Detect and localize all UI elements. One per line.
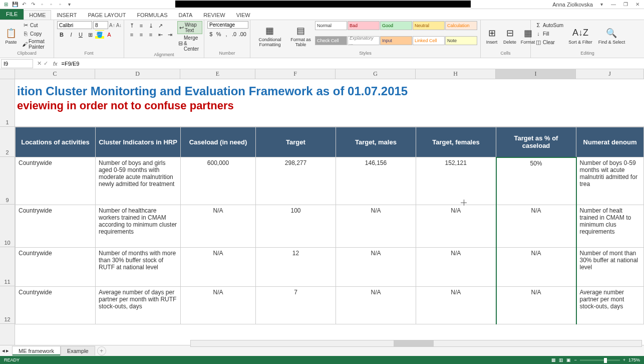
align-bottom-icon[interactable]: ⤓ (146, 21, 155, 30)
qat-icon-1[interactable]: ▫ (38, 1, 46, 9)
style-explanatory[interactable]: Explanatory ... (348, 36, 380, 45)
italic-button[interactable]: I (67, 30, 76, 39)
align-mid-icon[interactable]: ≡ (137, 21, 146, 30)
th-numerator[interactable]: Numerat denoum (576, 127, 644, 157)
cell-pct[interactable]: N/A (496, 205, 576, 248)
zoom-slider[interactable] (580, 359, 620, 361)
cell-females[interactable]: N/A (416, 205, 496, 248)
sort-filter-button[interactable]: A↓ZSort & Filter (566, 21, 594, 51)
rowhead-1[interactable]: 1 (0, 79, 15, 127)
th-target[interactable]: Target (256, 127, 336, 157)
th-locations[interactable]: Locations of activities (16, 127, 96, 157)
cell-females[interactable]: 152,121 (416, 157, 496, 205)
select-all-corner[interactable] (0, 69, 15, 79)
cell-target[interactable]: 12 (256, 248, 336, 287)
colhead-f[interactable]: F (255, 69, 336, 79)
undo-icon[interactable]: ↶ (20, 1, 28, 9)
fill-color-button[interactable]: 🪣 (95, 30, 104, 39)
align-top-icon[interactable]: ⤒ (127, 21, 136, 30)
cell-numerator[interactable]: Average number partner per mont stock-ou… (576, 287, 644, 324)
th-females[interactable]: Target, females (416, 127, 496, 157)
tab-view[interactable]: VIEW (231, 10, 256, 20)
increase-font-icon[interactable]: A↑ (109, 21, 115, 29)
sheet-nav[interactable]: ◂▸ (2, 347, 9, 354)
copy-button[interactable]: ⎘Copy (21, 30, 51, 38)
colhead-j[interactable]: J (576, 69, 644, 79)
bold-button[interactable]: B (57, 30, 66, 39)
cell-females[interactable]: N/A (416, 248, 496, 287)
zoom-thumb[interactable] (604, 358, 607, 363)
percent-icon[interactable]: % (215, 30, 222, 39)
cell-numerator[interactable]: Number of healt trained in CMAM to minim… (576, 205, 644, 248)
zoom-level[interactable]: 175% (628, 357, 640, 362)
redo-icon[interactable]: ↷ (29, 1, 37, 9)
autosum-button[interactable]: ΣAutoSum (534, 21, 564, 29)
comma-icon[interactable]: , (223, 30, 230, 39)
orientation-icon[interactable]: ↗ (156, 21, 165, 30)
file-tab[interactable]: FILE (0, 9, 24, 20)
colhead-c[interactable]: C (15, 69, 95, 79)
colhead-e[interactable]: E (180, 69, 255, 79)
qat-icon-2[interactable]: ▫ (47, 1, 55, 9)
find-select-button[interactable]: 🔍Find & Select (596, 21, 627, 51)
format-painter-button[interactable]: 🖌Format Painter (21, 38, 51, 50)
tab-insert[interactable]: INSERT (51, 10, 82, 20)
name-box[interactable] (1, 59, 33, 68)
conditional-formatting-button[interactable]: ▦Conditional Formatting (253, 21, 286, 51)
style-good[interactable]: Good (380, 21, 412, 30)
cell-indicator[interactable]: Number of months with more than 30% buff… (96, 248, 181, 287)
style-calculation[interactable]: Calculation (445, 21, 477, 30)
rowhead-11[interactable]: 11 (0, 247, 15, 286)
tab-page-layout[interactable]: PAGE LAYOUT (82, 10, 131, 20)
accept-formula-icon[interactable]: ✓ (44, 60, 48, 67)
qat-icon-4[interactable]: ▾ (65, 1, 73, 9)
cell-caseload[interactable]: N/A (181, 287, 256, 324)
colhead-i[interactable]: I (496, 69, 576, 79)
align-center-icon[interactable]: ≡ (137, 30, 146, 39)
cell-location[interactable]: Countrywide (16, 157, 96, 205)
cell-indicator[interactable]: Number of healthcare workers trained in … (96, 205, 181, 248)
currency-icon[interactable]: $ (207, 30, 214, 39)
decrease-font-icon[interactable]: A↓ (116, 21, 122, 29)
cell-numerator[interactable]: Number of mont than 30% buffer at nation… (576, 248, 644, 287)
rowhead-2[interactable]: 2 (0, 127, 15, 157)
font-color-button[interactable]: A (105, 30, 114, 39)
cell-indicator[interactable]: Number of boys and girls aged 0-59 month… (96, 157, 181, 205)
colhead-g[interactable]: G (336, 69, 416, 79)
wrap-text-button[interactable]: ↩Wrap Text (177, 21, 202, 34)
view-layout-icon[interactable]: ▥ (559, 357, 563, 362)
style-neutral[interactable]: Neutral (413, 21, 445, 30)
th-pct[interactable]: Target as % of caseload (496, 127, 576, 157)
style-input[interactable]: Input (380, 36, 412, 45)
clear-button[interactable]: ◫Clear (534, 38, 564, 46)
cell-pct[interactable]: 50% (496, 157, 576, 205)
tab-formulas[interactable]: FORMULAS (131, 10, 173, 20)
colhead-h[interactable]: H (416, 69, 496, 79)
rowhead-10[interactable]: 10 (0, 205, 15, 247)
tab-home[interactable]: HOME (24, 10, 51, 20)
cell-pct[interactable]: N/A (496, 248, 576, 287)
underline-button[interactable]: U (76, 30, 85, 39)
cell-females[interactable]: N/A (416, 287, 496, 324)
close-icon[interactable]: ✕ (633, 1, 642, 8)
cell-numerator[interactable]: Number of boys 0-59 months wit acute mal… (576, 157, 644, 205)
grid-body[interactable]: ition Cluster Monitorting and Evaluation… (15, 79, 644, 350)
colhead-d[interactable]: D (95, 69, 180, 79)
dec-decimal-icon[interactable]: .00 (238, 30, 247, 39)
cell-caseload[interactable]: 600,000 (181, 157, 256, 205)
zoom-in-icon[interactable]: + (623, 357, 625, 362)
align-right-icon[interactable]: ≡ (146, 30, 155, 39)
qat-icon-3[interactable]: ▫ (56, 1, 64, 9)
insert-cells-button[interactable]: ⊞Insert (484, 21, 500, 51)
cell-location[interactable]: Countrywide (16, 248, 96, 287)
cell-target[interactable]: 7 (256, 287, 336, 324)
sheet-tab-me-framework[interactable]: ME framework (12, 346, 61, 356)
view-normal-icon[interactable]: ▦ (551, 357, 556, 362)
indent-inc-icon[interactable]: ⇥ (165, 30, 174, 39)
style-note[interactable]: Note (445, 36, 477, 45)
inc-decimal-icon[interactable]: .0 (230, 30, 237, 39)
horizontal-scrollbar[interactable] (190, 340, 642, 347)
cell-indicator[interactable]: Average number of days per partner per m… (96, 287, 181, 324)
cell-location[interactable]: Countrywide (16, 205, 96, 248)
font-name-combo[interactable] (57, 21, 92, 29)
